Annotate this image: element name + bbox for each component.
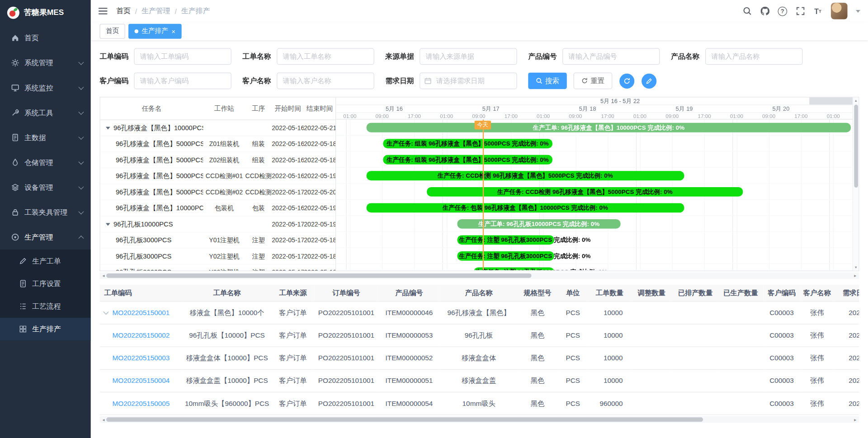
customer-code-input[interactable]	[134, 72, 231, 89]
work-order-code-input[interactable]	[134, 48, 231, 65]
search-button-label: 搜索	[545, 76, 559, 85]
gantt-process: 注塑	[245, 236, 272, 244]
product-code-input[interactable]	[562, 48, 660, 65]
gantt-end: 2022-05-19	[304, 221, 335, 228]
order-code-link[interactable]: MO202205150003	[113, 354, 170, 362]
tab-home[interactable]: 首页	[99, 24, 125, 39]
table-row[interactable]: MO20220515000296孔孔板【10000】PCS客户订单PO20220…	[99, 324, 859, 347]
scrollbar-thumb[interactable]	[106, 273, 532, 278]
filter-label: 客户名称	[242, 76, 271, 86]
refresh-circle-button[interactable]	[619, 73, 634, 88]
menu-toggle-icon[interactable]	[99, 8, 108, 14]
table-row[interactable]: MO202205150004移液盒盒盖【10000】PCS客户订单PO20220…	[99, 369, 859, 392]
column-header-product: 产品名称	[440, 284, 517, 301]
order-code-link[interactable]: MO202205150001	[113, 309, 170, 316]
product-name-input[interactable]	[705, 48, 803, 65]
layers-icon	[11, 183, 19, 191]
tab-production-scheduling[interactable]: 生产排产×	[128, 24, 182, 39]
scroll-right-icon[interactable]: ▸	[853, 417, 858, 422]
sidebar-item-home[interactable]: 首页	[0, 25, 91, 50]
sidebar-item-label: 设备管理	[24, 182, 53, 192]
gantt-bar-row: 生产工单: 96孔移液盒【黑色】10000PCS 完成比例: 0%	[336, 119, 852, 136]
work-order-name-input[interactable]	[277, 48, 374, 65]
sidebar-item-warehouse-management[interactable]: 仓储管理	[0, 150, 91, 175]
gantt-station: Z01组装机	[203, 140, 245, 148]
sidebar-item-process-settings[interactable]: 工序设置	[0, 272, 91, 295]
breadcrumb-item[interactable]: 生产管理	[142, 6, 170, 16]
customer-name-input[interactable]	[277, 72, 374, 89]
fullscreen-icon[interactable]	[796, 6, 805, 16]
filter-label: 来源单据	[385, 52, 414, 61]
search-icon[interactable]	[742, 6, 752, 16]
orders-horizontal-scrollbar[interactable]: ◂ ▸	[99, 416, 859, 423]
cell-name: 移液盒盒体【10000】PCS	[183, 347, 271, 369]
sidebar-item-production-scheduling[interactable]: 生产排产	[0, 318, 91, 340]
order-code-link[interactable]: MO202205150005	[113, 400, 170, 407]
cell-unit: PCS	[557, 301, 589, 324]
gantt-task-table: 任务名工作站工序开始时间结束时间 96孔移液盒【黑色】10000PCS2022-…	[100, 98, 336, 271]
gantt-task-bar[interactable]: 生产任务: CCD检测 96孔移液盒【黑色】5000PCS 完成比例: 0%	[367, 171, 684, 180]
breadcrumb-item[interactable]: 生产排产	[181, 6, 210, 16]
scroll-left-icon[interactable]: ◂	[101, 273, 106, 278]
gantt-task-bar[interactable]: 生产任务: CCD检测 96孔移液盒【黑色】5000PCS 完成比例: 0%	[427, 187, 743, 197]
chevron-down-icon	[78, 209, 84, 214]
sidebar: 苦糖果MES 首页系统管理系统监控系统工具主数据仓储管理设备管理工装夹具管理生产…	[0, 0, 91, 438]
table-row[interactable]: MO202205150003移液盒盒体【10000】PCS客户订单PO20220…	[99, 347, 859, 369]
reset-button[interactable]: 重置	[574, 72, 613, 89]
sidebar-item-system-management[interactable]: 系统管理	[0, 50, 91, 75]
scroll-up-icon[interactable]: ▴	[855, 99, 857, 103]
tab-close-icon[interactable]: ×	[172, 28, 176, 35]
demand-date-input[interactable]	[420, 72, 517, 89]
sidebar-item-production-workorder[interactable]: 生产工单	[0, 250, 91, 272]
table-row[interactable]: MO20220515000510mm吸头【960000】PCS客户订单PO202…	[99, 392, 859, 415]
calendar-icon	[424, 77, 432, 85]
gantt-week-label: 5月 16 - 5月 22	[600, 98, 640, 105]
gantt-task-bar[interactable]: 生产任务: 注塑 96孔孔板3000PCS 完成比例: 0%	[458, 251, 554, 261]
sidebar-item-production-management[interactable]: 生产管理	[0, 225, 91, 250]
gantt-vertical-scrollbar[interactable]: ▴ ▾	[853, 98, 859, 271]
table-row[interactable]: MO202205150001移液盒【黑色】10000个客户订单PO2022051…	[99, 301, 859, 324]
sidebar-item-fixture-management[interactable]: 工装夹具管理	[0, 200, 91, 225]
scroll-left-icon[interactable]: ◂	[101, 417, 106, 422]
user-caret-icon[interactable]	[856, 9, 860, 12]
scrollbar-thumb[interactable]	[854, 104, 858, 188]
sidebar-item-system-monitor[interactable]: 系统监控	[0, 75, 91, 100]
flow-icon	[19, 302, 27, 311]
gantt-task-row: 96孔孔板3000PCSY03注塑机注塑2022-05-172022-05-18	[100, 264, 335, 270]
breadcrumb-item[interactable]: 首页	[116, 6, 131, 16]
sidebar-item-master-data[interactable]: 主数据	[0, 125, 91, 150]
sidebar-item-process-flow[interactable]: 工艺流程	[0, 295, 91, 318]
avatar[interactable]	[831, 3, 848, 19]
gantt-end: 2022-05-18	[304, 157, 335, 164]
sidebar-item-system-tools[interactable]: 系统工具	[0, 100, 91, 125]
source-doc-input[interactable]	[420, 48, 517, 65]
expand-icon[interactable]	[103, 309, 108, 315]
order-code-link[interactable]: MO202205150004	[113, 377, 170, 385]
order-code-link[interactable]: MO202205150002	[113, 331, 170, 339]
gantt-horizontal-scrollbar[interactable]: ◂ ▸	[99, 272, 859, 279]
gantt-process: 组装	[245, 156, 272, 164]
scroll-right-icon[interactable]: ▸	[853, 273, 858, 278]
column-header-produced_qty: 已生产数量	[718, 284, 763, 301]
gantt-order-bar[interactable]: 生产工单: 96孔移液盒【黑色】10000PCS 完成比例: 0%	[367, 123, 851, 132]
gantt-task-bar[interactable]: 生产任务: 注塑 96孔孔板3000PCS 完成比例: 0%	[474, 267, 554, 270]
cell-source: 客户订单	[271, 324, 315, 347]
scrollbar-thumb[interactable]	[106, 417, 703, 422]
github-icon[interactable]	[760, 6, 769, 16]
gantt-order-bar[interactable]: 生产工单: 96孔孔板10000PCS 完成比例: 0%	[458, 219, 621, 229]
scroll-down-icon[interactable]: ▾	[855, 265, 857, 270]
gantt-task-bar[interactable]: 生产任务: 组装 96孔移液盒【黑色】5000PCS 完成比例: 0%	[383, 155, 552, 165]
collapse-icon[interactable]	[106, 127, 110, 129]
gantt-task-bar[interactable]: 生产任务: 组装 96孔移液盒【黑色】5000PCS 完成比例: 0%	[383, 139, 552, 148]
search-button[interactable]: 搜索	[528, 72, 567, 89]
help-icon[interactable]: ?	[778, 6, 787, 16]
sidebar-item-equipment-management[interactable]: 设备管理	[0, 175, 91, 200]
gantt-start: 2022-05-16	[272, 205, 304, 212]
collapse-icon[interactable]	[106, 223, 110, 226]
cell-item_no: ITEM00000046	[378, 301, 440, 324]
cell-customer_code: C00003	[764, 324, 800, 347]
edit-circle-button[interactable]	[642, 73, 656, 88]
font-size-icon[interactable]: TT	[813, 6, 823, 16]
gantt-task-bar[interactable]: 生产任务: 包装 96孔移液盒【黑色】10000PCS 完成比例: 0%	[367, 203, 684, 212]
gantt-task-bar[interactable]: 生产任务: 注塑 96孔孔板3000PCS 完成比例: 0%	[458, 235, 554, 245]
